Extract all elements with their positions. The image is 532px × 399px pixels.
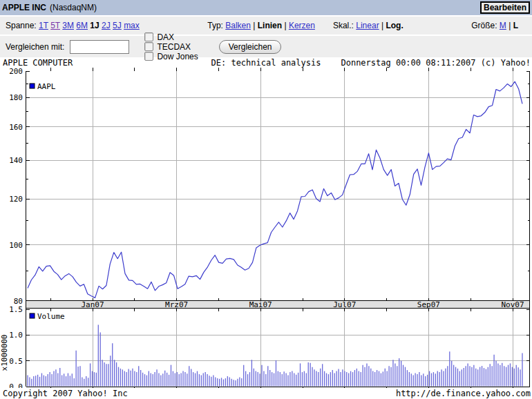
price-tick-label: 180 — [9, 93, 23, 102]
volume-tick-label: 0.5 — [9, 357, 23, 366]
compare-checkboxes: DAXTECDAXDow Jones — [129, 32, 198, 61]
typ-options: Balken | Linien | Kerzen — [225, 21, 315, 30]
typ-option-kerzen[interactable]: Kerzen — [289, 21, 315, 30]
spanne-option-5j[interactable]: 5J — [113, 21, 122, 30]
groesse-option-l[interactable]: L — [513, 21, 518, 30]
x-axis-label: Nov07 — [501, 300, 524, 309]
edit-button[interactable]: Bearbeiten — [480, 1, 530, 14]
x-axis-label: Sep07 — [417, 300, 440, 309]
price-tick-label: 200 — [9, 67, 23, 76]
volume-legend: Volume — [30, 312, 65, 321]
copyright-text: Copyright 2007 Yahoo! Inc — [3, 389, 128, 398]
source-url: http://de.finance.yahoo.com — [396, 389, 531, 398]
spanne-option-1j[interactable]: 1J — [90, 21, 99, 30]
checkbox-dax[interactable] — [144, 32, 153, 41]
chart-toolbar: Spanne: 1T 5T 3M 6M 1J 2J 5J max Typ: Ba… — [0, 17, 532, 35]
price-legend: AAPL — [30, 82, 56, 91]
typ-control: Typ: Balken | Linien | Kerzen — [207, 21, 315, 30]
spanne-option-1t[interactable]: 1T — [39, 21, 48, 30]
checkbox-label-dax: DAX — [157, 32, 174, 42]
volume-bars — [28, 324, 522, 386]
x-axis-label: Jan07 — [81, 300, 104, 309]
typ-skal-controls: Typ: Balken | Linien | Kerzen Skal.: Lin… — [207, 21, 403, 30]
price-tick-label: 120 — [9, 195, 23, 204]
compare-label: Vergleichen mit: — [6, 42, 64, 52]
title-bar: APPLE INC (NasdaqNM) Bearbeiten — [0, 0, 532, 15]
price-tick-label: 100 — [9, 241, 23, 250]
spanne-option-5t[interactable]: 5T — [50, 21, 60, 30]
chart-footer: Copyright 2007 Yahoo! Inc http://de.fina… — [0, 389, 532, 398]
checkbox-group-tecdax: TECDAX — [144, 42, 198, 52]
stock-exchange: (NasdaqNM) — [50, 3, 97, 12]
groesse-option-m[interactable]: M — [500, 21, 506, 30]
stock-chart: Jan07Mrz07Mai07Jul07Sep07Nov078010012014… — [0, 66, 532, 388]
groesse-control: Größe: M | L — [471, 21, 518, 30]
compare-row: Vergleichen mit: DAXTECDAXDow Jones Verg… — [0, 36, 532, 57]
stock-title: APPLE INC — [2, 3, 46, 12]
compare-button[interactable]: Vergleichen — [219, 40, 282, 54]
svg-text:Volume: Volume — [37, 312, 65, 321]
checkbox-group-dax: DAX — [144, 32, 198, 42]
volume-tick-label: 1.0 — [9, 331, 23, 340]
typ-label: Typ: — [207, 21, 225, 30]
spanne-label: Spanne: — [6, 21, 39, 30]
volume-tick-label: 1.5 — [9, 305, 23, 314]
spanne-option-6m[interactable]: 6M — [76, 21, 88, 30]
chart-panels: Jan07Mrz07Mai07Jul07Sep07Nov078010012014… — [0, 67, 530, 388]
compare-input[interactable] — [70, 40, 129, 54]
checkbox-tecdax[interactable] — [144, 42, 153, 51]
groesse-options: M | L — [500, 21, 518, 30]
typ-option-balken[interactable]: Balken — [225, 21, 251, 30]
spanne-control: Spanne: 1T 5T 3M 6M 1J 2J 5J max — [6, 21, 140, 30]
x-axis-label: Mai07 — [249, 300, 272, 309]
checkbox-label-tecdax: TECDAX — [157, 42, 191, 52]
price-line — [28, 81, 522, 298]
spanne-option-max[interactable]: max — [124, 21, 140, 30]
spanne-option-3m[interactable]: 3M — [62, 21, 74, 30]
svg-text:AAPL: AAPL — [37, 82, 56, 91]
volume-tick-label: 0.0 — [9, 382, 23, 388]
chart-header: APPLE COMPUTER DE: technical analysis Do… — [0, 58, 532, 66]
price-tick-label: 80 — [14, 297, 23, 306]
groesse-label: Größe: — [471, 21, 500, 30]
typ-option-linien[interactable]: Linien — [258, 21, 282, 30]
x-axis-label: Jul07 — [333, 300, 356, 309]
skal-option-linear[interactable]: Linear — [356, 21, 379, 30]
skal-options: Linear | Log. — [356, 21, 403, 30]
skal-control: Skal.: Linear | Log. — [333, 21, 403, 30]
volume-unit-label: x1000000 — [0, 335, 9, 371]
spanne-options: 1T 5T 3M 6M 1J 2J 5J max — [39, 21, 140, 30]
price-tick-label: 140 — [9, 156, 23, 165]
skal-option-log[interactable]: Log. — [386, 21, 403, 30]
spanne-option-2j[interactable]: 2J — [102, 21, 111, 30]
price-tick-label: 160 — [9, 123, 23, 132]
skal-label: Skal.: — [333, 21, 356, 30]
x-axis-label: Mrz07 — [165, 300, 188, 309]
